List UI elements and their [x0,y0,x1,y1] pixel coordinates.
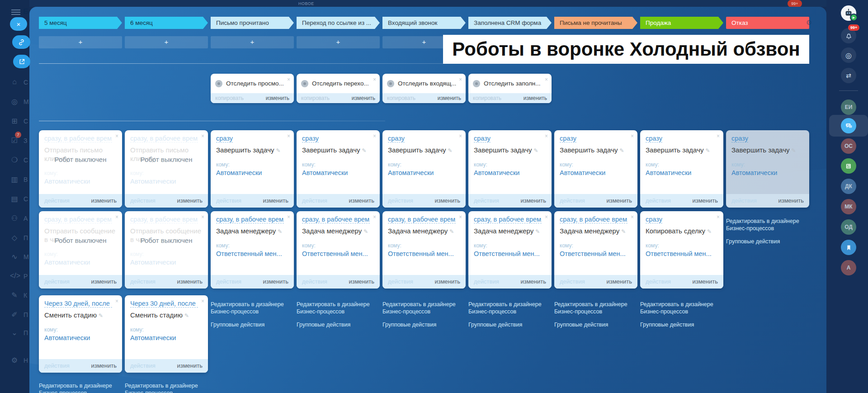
robot-card[interactable]: × сразу, в рабочее время Отправить письм… [125,130,208,208]
robot-card[interactable]: × сразу Завершить задачу✎ кому: Автомати… [468,130,552,208]
edit-link[interactable]: изменить [692,275,718,289]
robot-schedule-link[interactable]: сразу, в рабочее время [388,216,456,223]
chat-avatar-dk[interactable]: ДК [841,179,856,194]
recipient-link[interactable]: Ответственный мен... [646,250,718,257]
designer-link[interactable]: Бизнес-процессов [211,308,294,315]
stage-header-crm-form[interactable]: Заполнена CRM форма [468,17,552,29]
robot-card[interactable]: × Через 30 дней, после ... Сменить стади… [125,295,208,373]
designer-link[interactable]: Редактировать в дизайнере [554,301,637,308]
recipient-link[interactable]: Автоматически [302,169,374,176]
recipient-link[interactable]: Автоматически [216,169,288,176]
designer-link[interactable]: Редактировать в дизайнере [125,382,208,389]
chat-avatar-os[interactable]: ОС [841,138,856,154]
stage-header-refusal[interactable]: Отказ [726,17,809,29]
actions-link[interactable]: действия [388,275,413,289]
robot-schedule-link[interactable]: сразу [216,135,233,142]
recipient-link[interactable]: Автоматически [130,334,203,341]
edit-link[interactable]: изменить [177,275,203,289]
close-icon[interactable]: × [201,133,204,139]
close-icon[interactable]: × [459,133,462,139]
transfer-chat-button[interactable]: ⇄ [841,68,856,83]
edit-pencil-icon[interactable]: ✎ [276,147,280,154]
designer-link[interactable]: Редактировать в дизайнере [39,382,122,389]
recipient-link[interactable]: Автоматически [130,259,203,266]
chat-avatar-ei[interactable]: ЕИ [841,99,856,115]
robot-card[interactable]: × сразу Завершить задачу✎ кому: Автомати… [211,130,294,208]
edit-pencil-icon[interactable]: ✎ [535,228,540,235]
close-icon[interactable]: × [115,133,118,139]
actions-link[interactable]: действия [302,275,327,289]
robot-card[interactable]: × сразу Завершить задачу✎ кому: Автомати… [640,130,723,208]
robot-card[interactable]: × сразу, в рабочее время Задача менеджер… [297,211,380,289]
robot-schedule-link[interactable]: сразу [731,135,748,142]
trigger-card[interactable]: Отследить заполн...× копироватьизменить [468,74,552,103]
copy-link[interactable]: копировать [301,93,330,103]
recipient-link[interactable]: Автоматически [44,334,117,341]
close-icon[interactable]: × [459,76,462,83]
robot-schedule-link[interactable]: сразу [474,135,491,142]
close-icon[interactable]: × [287,76,290,83]
robot-schedule-link[interactable]: сразу [388,135,405,142]
robot-card[interactable]: × сразу, в рабочее время Задача менеджер… [211,211,294,289]
recipient-link[interactable]: Автоматически [44,259,117,266]
close-icon[interactable]: × [545,214,548,220]
designer-link[interactable]: Редактировать в дизайнере [382,301,466,308]
stage-header-month6[interactable]: 6 месяц [125,17,208,29]
robot-schedule-link[interactable]: сразу [646,216,662,223]
edit-pencil-icon[interactable]: ✎ [278,228,282,235]
actions-link[interactable]: действия [44,194,70,208]
robot-card[interactable]: × сразу, в рабочее время Задача менеджер… [382,211,466,289]
edit-link[interactable]: изменить [91,359,117,373]
group-actions-link[interactable]: Групповые действия [468,321,552,328]
close-icon[interactable]: × [373,76,376,83]
close-icon[interactable]: × [287,214,290,220]
robot-schedule-link[interactable]: сразу, в рабочее врем... [130,216,198,223]
edit-link[interactable]: изменить [520,275,546,289]
actions-link[interactable]: действия [646,275,671,289]
recipient-link[interactable]: Ответственный мен... [302,250,374,257]
group-actions-link[interactable]: Групповые действия [297,321,380,328]
close-icon[interactable]: × [717,133,720,139]
edit-link[interactable]: изменить [349,275,374,289]
close-icon[interactable]: × [459,214,462,220]
actions-link[interactable]: действия [130,275,156,289]
edit-link[interactable]: изменить [606,275,632,289]
saved-messages-button[interactable] [841,240,856,255]
robot-schedule-link[interactable]: сразу [646,135,662,142]
edit-pencil-icon[interactable]: ✎ [791,147,796,154]
edit-link[interactable]: изменить [91,275,117,289]
stage-header-sale[interactable]: Продажа [640,17,723,29]
close-icon[interactable]: × [631,133,634,139]
edit-link[interactable]: изменить [177,359,203,373]
edit-link[interactable]: изменить [778,194,804,208]
recipient-link[interactable]: Ответственный мен... [474,250,546,257]
designer-link[interactable]: Бизнес-процессов [125,389,208,393]
add-robot-button[interactable]: + [211,36,294,48]
group-actions-link[interactable]: Групповые действия [554,321,637,328]
recipient-link[interactable]: Автоматически [646,169,718,176]
stage-header-month5[interactable]: 5 месяц [39,17,122,29]
robot-schedule-link[interactable]: сразу, в рабочее время [130,135,198,142]
robot-card[interactable]: × сразу, в рабочее время Задача менеджер… [554,211,637,289]
robot-schedule-link[interactable]: сразу, в рабочее время [44,135,112,142]
group-actions-link[interactable]: Групповые действия [726,238,809,245]
edit-link[interactable]: изменить [177,194,203,208]
recipient-link[interactable]: Автоматически [474,169,546,176]
designer-link[interactable]: Редактировать в дизайнере [468,301,552,308]
add-robot-button[interactable]: + [297,36,380,48]
close-icon[interactable]: × [201,298,204,304]
close-icon[interactable]: × [373,214,376,220]
designer-link[interactable]: Редактировать в дизайнере [211,301,294,308]
close-icon[interactable]: × [717,214,720,220]
robot-card[interactable]: × сразу Завершить задачу✎ кому: Автомати… [297,130,380,208]
close-icon[interactable]: × [545,133,548,139]
group-actions-link[interactable]: Групповые действия [640,321,723,328]
edit-link[interactable]: изменить [263,275,288,289]
robot-schedule-link[interactable]: сразу [302,135,319,142]
designer-link[interactable]: Бизнес-процессов [382,308,466,315]
notifications-button[interactable]: 99+ [841,28,856,43]
designer-link[interactable]: Редактировать в дизайнере [640,301,723,308]
stage-header-link-click[interactable]: Переход по ссылке из ... [297,17,380,29]
robot-card[interactable]: × сразу, в рабочее время Отправить письм… [39,130,122,208]
robot-schedule-link[interactable]: Через 30 дней, после ... [44,300,112,308]
